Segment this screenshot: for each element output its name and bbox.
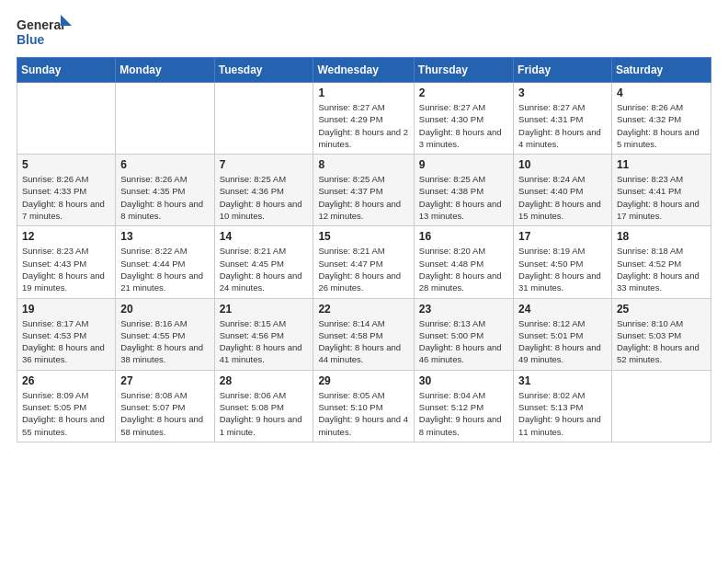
day-info: Sunrise: 8:25 AM Sunset: 4:38 PM Dayligh…	[419, 173, 508, 222]
day-number: 19	[22, 303, 110, 316]
calendar-cell: 29Sunrise: 8:05 AM Sunset: 5:10 PM Dayli…	[313, 370, 414, 442]
logo: GeneralBlue	[17, 15, 72, 48]
day-number: 21	[220, 303, 309, 316]
day-number: 25	[617, 303, 706, 316]
calendar-cell: 17Sunrise: 8:19 AM Sunset: 4:50 PM Dayli…	[514, 226, 612, 298]
calendar-cell	[116, 83, 214, 155]
calendar-cell: 8Sunrise: 8:25 AM Sunset: 4:37 PM Daylig…	[313, 155, 414, 226]
svg-text:General: General	[17, 17, 64, 32]
weekday-header-friday: Friday	[514, 58, 612, 83]
calendar-cell: 14Sunrise: 8:21 AM Sunset: 4:45 PM Dayli…	[214, 226, 313, 298]
day-number: 29	[318, 374, 408, 387]
calendar-cell: 30Sunrise: 8:04 AM Sunset: 5:12 PM Dayli…	[414, 370, 513, 442]
weekday-header-saturday: Saturday	[611, 58, 711, 83]
day-info: Sunrise: 8:26 AM Sunset: 4:32 PM Dayligh…	[617, 101, 706, 150]
day-info: Sunrise: 8:16 AM Sunset: 4:55 PM Dayligh…	[120, 317, 209, 366]
week-row-3: 12Sunrise: 8:23 AM Sunset: 4:43 PM Dayli…	[17, 226, 711, 298]
day-number: 22	[318, 303, 408, 316]
day-info: Sunrise: 8:26 AM Sunset: 4:35 PM Dayligh…	[120, 173, 209, 222]
calendar-cell: 21Sunrise: 8:15 AM Sunset: 4:56 PM Dayli…	[214, 298, 313, 370]
day-number: 16	[419, 230, 508, 243]
day-info: Sunrise: 8:15 AM Sunset: 4:56 PM Dayligh…	[220, 317, 309, 366]
day-number: 10	[518, 158, 607, 171]
day-number: 11	[617, 158, 706, 171]
day-number: 4	[617, 86, 706, 99]
day-number: 9	[419, 158, 508, 171]
calendar-cell: 12Sunrise: 8:23 AM Sunset: 4:43 PM Dayli…	[17, 226, 116, 298]
day-info: Sunrise: 8:12 AM Sunset: 5:01 PM Dayligh…	[518, 317, 607, 366]
logo-svg: GeneralBlue	[17, 15, 72, 48]
day-number: 18	[617, 230, 706, 243]
day-number: 14	[220, 230, 309, 243]
calendar-cell: 13Sunrise: 8:22 AM Sunset: 4:44 PM Dayli…	[116, 226, 214, 298]
calendar-cell: 31Sunrise: 8:02 AM Sunset: 5:13 PM Dayli…	[514, 370, 612, 442]
calendar-cell	[214, 83, 313, 155]
weekday-header-sunday: Sunday	[17, 58, 116, 83]
calendar-table: SundayMondayTuesdayWednesdayThursdayFrid…	[17, 57, 711, 442]
weekday-header-thursday: Thursday	[414, 58, 513, 83]
day-info: Sunrise: 8:21 AM Sunset: 4:45 PM Dayligh…	[220, 245, 309, 293]
page: GeneralBlue SundayMondayTuesdayWednesday…	[0, 0, 728, 563]
day-number: 24	[518, 303, 607, 316]
week-row-2: 5Sunrise: 8:26 AM Sunset: 4:33 PM Daylig…	[17, 155, 711, 226]
calendar-cell: 5Sunrise: 8:26 AM Sunset: 4:33 PM Daylig…	[17, 155, 116, 226]
header: GeneralBlue	[17, 15, 711, 48]
calendar-cell: 10Sunrise: 8:24 AM Sunset: 4:40 PM Dayli…	[514, 155, 612, 226]
day-number: 23	[419, 303, 508, 316]
svg-text:Blue: Blue	[17, 32, 45, 47]
calendar-cell: 25Sunrise: 8:10 AM Sunset: 5:03 PM Dayli…	[611, 298, 711, 370]
day-info: Sunrise: 8:23 AM Sunset: 4:43 PM Dayligh…	[22, 245, 110, 293]
weekday-header-row: SundayMondayTuesdayWednesdayThursdayFrid…	[17, 58, 711, 83]
week-row-5: 26Sunrise: 8:09 AM Sunset: 5:05 PM Dayli…	[17, 370, 711, 442]
day-number: 12	[22, 230, 110, 243]
calendar-cell: 3Sunrise: 8:27 AM Sunset: 4:31 PM Daylig…	[514, 83, 612, 155]
day-number: 1	[318, 86, 408, 99]
day-info: Sunrise: 8:05 AM Sunset: 5:10 PM Dayligh…	[318, 389, 408, 438]
day-number: 7	[220, 158, 309, 171]
day-info: Sunrise: 8:17 AM Sunset: 4:53 PM Dayligh…	[22, 317, 110, 366]
day-info: Sunrise: 8:27 AM Sunset: 4:31 PM Dayligh…	[518, 101, 607, 150]
day-number: 15	[318, 230, 408, 243]
calendar-cell: 4Sunrise: 8:26 AM Sunset: 4:32 PM Daylig…	[611, 83, 711, 155]
svg-marker-2	[61, 15, 72, 26]
day-number: 5	[22, 158, 110, 171]
day-info: Sunrise: 8:19 AM Sunset: 4:50 PM Dayligh…	[518, 245, 607, 293]
calendar-cell	[611, 370, 711, 442]
day-number: 31	[518, 374, 607, 387]
day-info: Sunrise: 8:24 AM Sunset: 4:40 PM Dayligh…	[518, 173, 607, 222]
weekday-header-monday: Monday	[116, 58, 214, 83]
day-info: Sunrise: 8:18 AM Sunset: 4:52 PM Dayligh…	[617, 245, 706, 293]
calendar-cell: 7Sunrise: 8:25 AM Sunset: 4:36 PM Daylig…	[214, 155, 313, 226]
day-number: 30	[419, 374, 508, 387]
calendar-cell	[17, 83, 116, 155]
day-number: 17	[518, 230, 607, 243]
calendar-cell: 6Sunrise: 8:26 AM Sunset: 4:35 PM Daylig…	[116, 155, 214, 226]
calendar-cell: 15Sunrise: 8:21 AM Sunset: 4:47 PM Dayli…	[313, 226, 414, 298]
day-number: 3	[518, 86, 607, 99]
calendar-cell: 27Sunrise: 8:08 AM Sunset: 5:07 PM Dayli…	[116, 370, 214, 442]
calendar-cell: 26Sunrise: 8:09 AM Sunset: 5:05 PM Dayli…	[17, 370, 116, 442]
weekday-header-wednesday: Wednesday	[313, 58, 414, 83]
day-info: Sunrise: 8:20 AM Sunset: 4:48 PM Dayligh…	[419, 245, 508, 293]
calendar-cell: 28Sunrise: 8:06 AM Sunset: 5:08 PM Dayli…	[214, 370, 313, 442]
day-number: 8	[318, 158, 408, 171]
day-info: Sunrise: 8:25 AM Sunset: 4:36 PM Dayligh…	[220, 173, 309, 222]
day-number: 20	[120, 303, 209, 316]
day-number: 27	[120, 374, 209, 387]
calendar-cell: 16Sunrise: 8:20 AM Sunset: 4:48 PM Dayli…	[414, 226, 513, 298]
day-info: Sunrise: 8:06 AM Sunset: 5:08 PM Dayligh…	[220, 389, 309, 438]
calendar-cell: 22Sunrise: 8:14 AM Sunset: 4:58 PM Dayli…	[313, 298, 414, 370]
day-info: Sunrise: 8:27 AM Sunset: 4:30 PM Dayligh…	[419, 101, 508, 150]
week-row-1: 1Sunrise: 8:27 AM Sunset: 4:29 PM Daylig…	[17, 83, 711, 155]
calendar-cell: 19Sunrise: 8:17 AM Sunset: 4:53 PM Dayli…	[17, 298, 116, 370]
calendar-cell: 11Sunrise: 8:23 AM Sunset: 4:41 PM Dayli…	[611, 155, 711, 226]
day-info: Sunrise: 8:09 AM Sunset: 5:05 PM Dayligh…	[22, 389, 110, 438]
calendar-cell: 18Sunrise: 8:18 AM Sunset: 4:52 PM Dayli…	[611, 226, 711, 298]
day-info: Sunrise: 8:25 AM Sunset: 4:37 PM Dayligh…	[318, 173, 408, 222]
day-number: 13	[120, 230, 209, 243]
weekday-header-tuesday: Tuesday	[214, 58, 313, 83]
day-number: 2	[419, 86, 508, 99]
day-info: Sunrise: 8:14 AM Sunset: 4:58 PM Dayligh…	[318, 317, 408, 366]
day-info: Sunrise: 8:23 AM Sunset: 4:41 PM Dayligh…	[617, 173, 706, 222]
calendar-cell: 24Sunrise: 8:12 AM Sunset: 5:01 PM Dayli…	[514, 298, 612, 370]
